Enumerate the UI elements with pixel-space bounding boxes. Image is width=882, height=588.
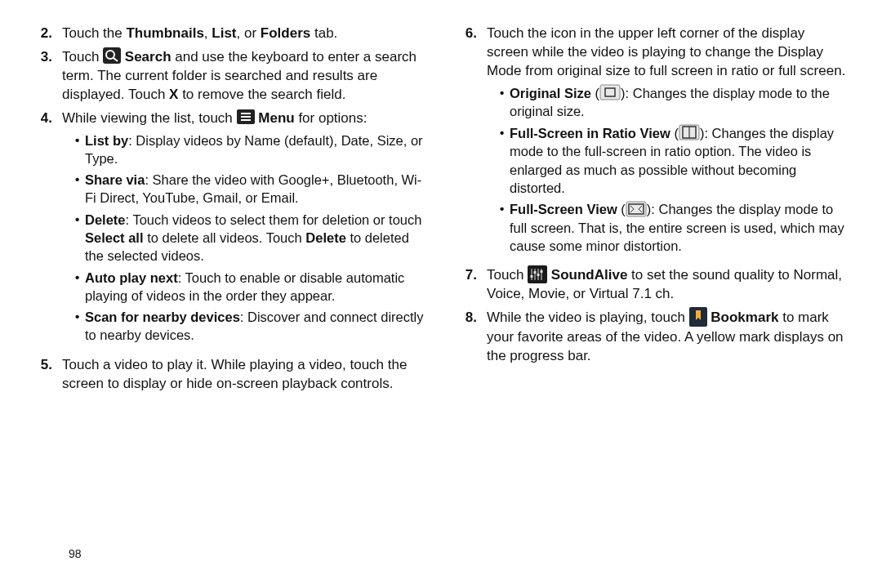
step-6: 6. Touch the icon in the upper left corn… xyxy=(457,24,849,261)
text: Touch xyxy=(62,49,103,65)
bullet-dot: • xyxy=(500,84,510,121)
bullet-dot: • xyxy=(75,171,85,207)
text: , or xyxy=(237,25,261,41)
text-bold: Share via xyxy=(85,172,145,187)
bookmark-icon xyxy=(689,307,707,327)
bullet-dot: • xyxy=(500,124,510,197)
text-bold: Full-Screen in Ratio View xyxy=(510,126,670,140)
text-bold: SoundAlive xyxy=(551,267,628,283)
text-bold: Folders xyxy=(261,25,310,41)
text-bold: Thumbnails xyxy=(126,25,203,41)
text: ( xyxy=(591,86,599,100)
text-bold: List xyxy=(212,25,236,41)
page-number: 98 xyxy=(69,546,82,562)
list-item: •Original Size (): Changes the display m… xyxy=(500,84,849,121)
svg-rect-20 xyxy=(534,271,537,274)
text-bold: X xyxy=(169,87,178,102)
text-bold: Scan for nearby devices xyxy=(85,310,240,324)
step-7: 7. Touch SoundAlive to set the sound qua… xyxy=(457,266,849,304)
step-body: Touch the Thumbnails, List, or Folders t… xyxy=(62,24,425,43)
text: ( xyxy=(670,126,679,140)
svg-rect-7 xyxy=(600,85,620,100)
svg-rect-21 xyxy=(537,274,540,276)
text: to delete all videos. Touch xyxy=(144,230,306,245)
list-item: •List by: Display videos by Name (defaul… xyxy=(75,131,425,168)
menu-icon xyxy=(237,109,255,124)
left-column: 2. Touch the Thumbnails, List, or Folder… xyxy=(33,24,425,588)
step-number: 6. xyxy=(457,24,487,261)
step-number: 2. xyxy=(33,24,62,43)
text: While the video is playing, touch xyxy=(487,310,689,326)
bullet-dot: • xyxy=(75,211,85,265)
text-bold: Bookmark xyxy=(710,310,778,326)
text: : Display videos by Name (default), Date… xyxy=(85,133,423,166)
step-8: 8. While the video is playing, touch Boo… xyxy=(457,309,849,366)
step-number: 7. xyxy=(457,266,487,304)
text: : Touch videos to select them for deleti… xyxy=(126,212,422,227)
step-body: Touch a video to play it. While playing … xyxy=(62,356,425,394)
step-2: 2. Touch the Thumbnails, List, or Folder… xyxy=(33,24,425,43)
full-screen-ratio-icon xyxy=(679,124,700,140)
list-item: •Full-Screen in Ratio View (): Changes t… xyxy=(500,124,849,197)
text: for options: xyxy=(295,110,368,126)
step-body: While viewing the list, touch Menu for o… xyxy=(62,109,425,351)
list-item: •Share via: Share the video with Google+… xyxy=(75,171,425,207)
bullet-dot: • xyxy=(500,200,510,255)
step-number: 3. xyxy=(33,48,62,105)
step-body: Touch SoundAlive to set the sound qualit… xyxy=(487,266,849,304)
step-3: 3. Touch Search and use the keyboard to … xyxy=(33,48,425,105)
text: Touch the icon in the upper left corner … xyxy=(487,25,845,78)
text: ( xyxy=(617,202,626,216)
bullet-list: •List by: Display videos by Name (defaul… xyxy=(62,131,425,345)
text-bold: Search xyxy=(125,49,172,65)
text: , xyxy=(204,25,212,41)
text: Touch a video to play it. While playing … xyxy=(62,357,407,391)
text: to remove the search field. xyxy=(178,87,345,102)
text-bold: Menu xyxy=(258,110,294,126)
list-item: •Auto play next: Touch to enable or disa… xyxy=(75,269,425,305)
text: While viewing the list, touch xyxy=(62,110,237,126)
bullet-dot: • xyxy=(75,308,85,345)
svg-rect-19 xyxy=(531,275,533,278)
bullet-dot: • xyxy=(75,269,85,305)
text-bold: Auto play next xyxy=(85,270,178,285)
page: 2. Touch the Thumbnails, List, or Folder… xyxy=(0,0,882,588)
text-bold: Original Size xyxy=(510,86,591,100)
step-body: While the video is playing, touch Bookma… xyxy=(487,309,849,366)
text: Touch xyxy=(487,267,528,283)
step-body: Touch the icon in the upper left corner … xyxy=(487,24,849,261)
bullet-list: •Original Size (): Changes the display m… xyxy=(487,84,849,256)
text-bold: List by xyxy=(85,133,128,148)
step-5: 5. Touch a video to play it. While playi… xyxy=(33,356,425,394)
bullet-dot: • xyxy=(75,131,85,168)
list-item: •Scan for nearby devices: Discover and c… xyxy=(75,308,425,345)
text-bold: Delete xyxy=(85,212,126,227)
text: tab. xyxy=(310,25,337,41)
text-bold: Full-Screen View xyxy=(510,202,617,216)
step-body: Touch Search and use the keyboard to ent… xyxy=(62,48,425,105)
list-item: •Full-Screen View (): Changes the displa… xyxy=(500,200,849,255)
step-number: 5. xyxy=(33,356,62,394)
text-bold: Delete xyxy=(305,230,346,245)
search-icon xyxy=(103,47,121,64)
step-number: 4. xyxy=(33,109,62,351)
step-number: 8. xyxy=(457,309,487,366)
text-bold: Select all xyxy=(85,230,144,245)
step-4: 4. While viewing the list, touch Menu fo… xyxy=(33,109,425,351)
text: Touch the xyxy=(62,25,126,41)
original-size-icon xyxy=(599,84,621,100)
soundalive-icon xyxy=(528,265,547,283)
svg-rect-22 xyxy=(541,270,543,273)
full-screen-icon xyxy=(626,201,647,217)
right-column: 6. Touch the icon in the upper left corn… xyxy=(457,24,849,588)
list-item: •Delete: Touch videos to select them for… xyxy=(75,211,425,265)
